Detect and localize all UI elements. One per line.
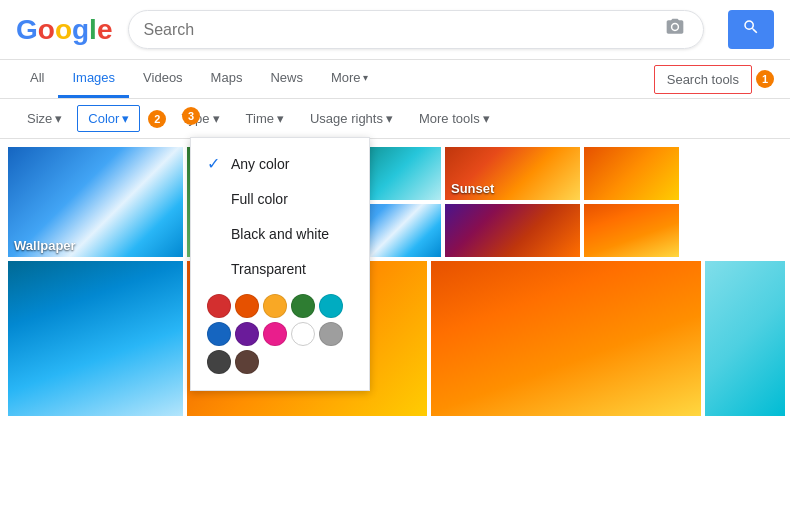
type-chevron-icon: ▾	[213, 111, 220, 126]
swatch-white[interactable]	[291, 322, 315, 346]
transparent-option[interactable]: ✓ Transparent	[191, 251, 369, 286]
logo-e: e	[97, 14, 113, 46]
swatch-green[interactable]	[291, 294, 315, 318]
google-logo: Google	[16, 14, 112, 46]
image-thumb-group-right	[584, 147, 679, 257]
swatch-pink[interactable]	[263, 322, 287, 346]
transparent-label: Transparent	[231, 261, 306, 277]
image-grid: Wallpaper Sunset	[0, 139, 790, 525]
filter-bar: Size ▾ Color ▾ 2 Type ▾ Time ▾ Usage rig…	[0, 99, 790, 139]
image-thumb-right-1[interactable]	[584, 147, 679, 200]
any-color-option[interactable]: ✓ Any color	[191, 146, 369, 181]
any-color-check-icon: ✓	[207, 154, 223, 173]
image-thumb-sunset-2[interactable]	[445, 204, 580, 257]
time-label: Time	[246, 111, 274, 126]
full-color-option[interactable]: ✓ Full color	[191, 181, 369, 216]
tab-maps[interactable]: Maps	[197, 60, 257, 98]
usage-rights-filter-button[interactable]: Usage rights ▾	[299, 105, 404, 132]
logo-l: l	[89, 14, 97, 46]
color-dropdown: ✓ Any color ✓ Full color ✓ Black and whi…	[190, 137, 370, 391]
image-thumb-wallpaper[interactable]: Wallpaper	[8, 147, 183, 257]
image-label-sunset: Sunset	[451, 181, 494, 196]
more-chevron-icon: ▾	[363, 72, 368, 83]
color-filter-button[interactable]: Color ▾	[77, 105, 140, 132]
tab-videos[interactable]: Videos	[129, 60, 197, 98]
step-3-badge: 3	[182, 107, 200, 125]
header: Google surfing	[0, 0, 790, 60]
search-tools-label: Search tools	[667, 72, 739, 87]
image-row-top: Wallpaper Sunset	[8, 147, 782, 257]
type-filter-button[interactable]: Type ▾	[170, 105, 230, 132]
search-button[interactable]	[728, 10, 774, 49]
tab-images[interactable]: Images	[58, 60, 129, 98]
step-2-badge: 2	[148, 110, 166, 128]
swatch-orange[interactable]	[235, 294, 259, 318]
swatch-gray-dark[interactable]	[207, 350, 231, 374]
image-row-bottom	[8, 261, 782, 416]
size-label: Size	[27, 111, 52, 126]
more-label: More	[331, 70, 361, 85]
more-tools-filter-button[interactable]: More tools ▾	[408, 105, 501, 132]
swatch-red[interactable]	[207, 294, 231, 318]
logo-o2: o	[55, 14, 72, 46]
black-white-option[interactable]: ✓ Black and white	[191, 216, 369, 251]
swatch-teal[interactable]	[319, 294, 343, 318]
swatch-gray-light[interactable]	[319, 322, 343, 346]
search-icon	[742, 18, 760, 36]
logo-o1: o	[38, 14, 55, 46]
logo-g2: g	[72, 14, 89, 46]
step-1-badge: 1	[756, 70, 774, 88]
usage-rights-label: Usage rights	[310, 111, 383, 126]
swatch-brown[interactable]	[235, 350, 259, 374]
more-tools-label: More tools	[419, 111, 480, 126]
logo-g: G	[16, 14, 38, 46]
search-box: surfing	[128, 10, 704, 49]
nav-tabs: All Images Videos Maps News More ▾ Searc…	[0, 60, 790, 99]
swatch-purple[interactable]	[235, 322, 259, 346]
usage-rights-chevron-icon: ▾	[386, 111, 393, 126]
black-white-label: Black and white	[231, 226, 329, 242]
camera-search-button[interactable]	[665, 17, 685, 42]
swatch-yellow[interactable]	[263, 294, 287, 318]
tab-more[interactable]: More ▾	[317, 60, 382, 98]
color-swatches-grid	[191, 286, 369, 382]
image-thumb-sunset-main[interactable]: Sunset	[445, 147, 580, 200]
search-tools-button[interactable]: Search tools	[654, 65, 752, 94]
color-chevron-icon: ▾	[122, 111, 129, 126]
size-filter-button[interactable]: Size ▾	[16, 105, 73, 132]
image-label-wallpaper: Wallpaper	[14, 238, 76, 253]
image-thumb-bottom-4[interactable]	[705, 261, 785, 416]
image-thumb-bottom-3[interactable]	[431, 261, 701, 416]
image-thumb-bottom-1[interactable]	[8, 261, 183, 416]
image-thumb-group-sunset: Sunset	[445, 147, 580, 257]
full-color-label: Full color	[231, 191, 288, 207]
tab-all[interactable]: All	[16, 60, 58, 98]
more-tools-chevron-icon: ▾	[483, 111, 490, 126]
camera-icon	[665, 17, 685, 37]
search-input[interactable]: surfing	[143, 21, 665, 39]
image-thumb-right-2[interactable]	[584, 204, 679, 257]
size-chevron-icon: ▾	[55, 111, 62, 126]
time-filter-button[interactable]: Time ▾	[235, 105, 295, 132]
time-chevron-icon: ▾	[277, 111, 284, 126]
color-label: Color	[88, 111, 119, 126]
swatch-blue[interactable]	[207, 322, 231, 346]
any-color-label: Any color	[231, 156, 289, 172]
tab-news[interactable]: News	[256, 60, 317, 98]
